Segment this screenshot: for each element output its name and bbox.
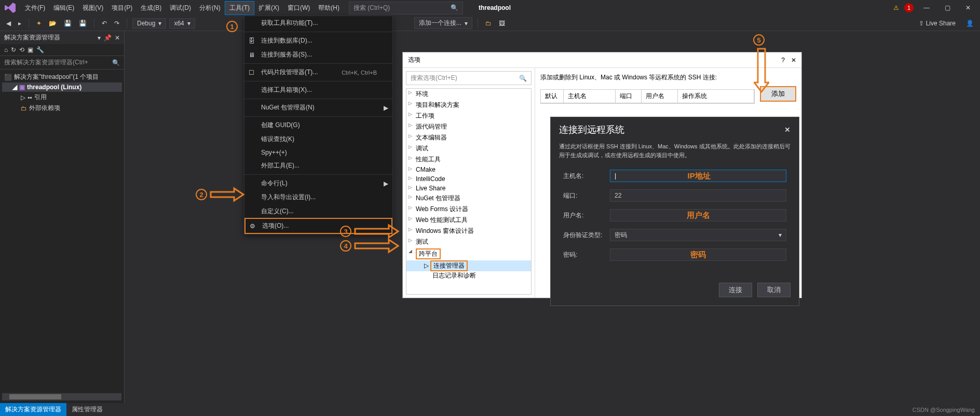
undo-button[interactable]: ↶ [100, 19, 109, 28]
image-icon[interactable]: 🖼 [497, 19, 507, 28]
panel-toolbar: ⌂ ↻ ⟲ ▣ 🔧 [0, 44, 124, 56]
menu-extensions[interactable]: 扩展(X) [254, 2, 283, 15]
menu-item[interactable]: 错误查找(K) [244, 132, 392, 146]
save-button[interactable]: 💾 [62, 19, 74, 28]
menu-item[interactable]: 选择工具箱项(X)... [244, 83, 392, 97]
options-tree-item[interactable]: 源代码管理 [406, 121, 531, 132]
close-icon[interactable]: ✕ [784, 126, 791, 134]
add-connection-combo[interactable]: 添加一个连接...▾ [414, 17, 472, 29]
options-tree-item[interactable]: 性能工具 [406, 154, 531, 165]
menu-tools[interactable]: 工具(T) [225, 1, 254, 15]
menu-item[interactable]: 自定义(C)... [244, 204, 392, 218]
user-icon[interactable]: 👤 [964, 19, 976, 28]
options-tree-item[interactable]: 环境 [406, 89, 531, 100]
project-node[interactable]: ◢▣ threadpool (Linux) [2, 82, 122, 92]
auth-combo[interactable]: 密码▾ [610, 229, 786, 241]
options-tree-item[interactable]: Web 性能测试工具 [406, 215, 531, 226]
live-share-button[interactable]: ⇪ Live Share [919, 20, 956, 27]
options-tree-item[interactable]: 文本编辑器 [406, 132, 531, 143]
nav-back-button[interactable]: ◀ [4, 19, 13, 28]
config-combo[interactable]: Debug▾ [132, 18, 166, 29]
collapse-icon[interactable]: ▣ [28, 46, 33, 53]
refresh-icon[interactable]: ↻ [11, 46, 16, 53]
options-tree-item[interactable]: NuGet 包管理器 [406, 193, 531, 204]
external-deps-node[interactable]: 🗀 外部依赖项 [2, 103, 122, 114]
connect-button[interactable]: 连接 [719, 283, 752, 297]
menu-item[interactable]: 命令行(L)▶ [244, 176, 392, 190]
bottom-tabs: 解决方案资源管理器 属性管理器 [0, 403, 108, 416]
menu-window[interactable]: 窗口(W) [283, 2, 314, 15]
menu-analyze[interactable]: 分析(N) [195, 2, 225, 15]
options-tree-item[interactable]: CMake [406, 165, 531, 174]
user-input[interactable]: 用户名 [610, 209, 786, 221]
platform-combo[interactable]: x64▾ [169, 18, 195, 29]
port-input[interactable]: 22 [610, 189, 786, 202]
menu-item[interactable]: 获取工具和功能(T)... [244, 16, 392, 30]
save-all-button[interactable]: 💾 [77, 19, 89, 28]
open-button[interactable]: 📂 [47, 19, 59, 28]
solution-root[interactable]: ⬛ 解决方案"threadpool"(1 个项目 [2, 72, 122, 82]
annotation-5: 5 [753, 34, 765, 46]
menu-debug[interactable]: 调试(D) [166, 2, 195, 15]
nav-fwd-button[interactable]: ▸ [16, 19, 23, 28]
references-node[interactable]: ▷▪▪ 引用 [2, 92, 122, 103]
solution-search-input[interactable]: 搜索解决方案资源管理器(Ctrl+ 🔍 [0, 56, 124, 70]
tab-solution-explorer[interactable]: 解决方案资源管理器 [0, 403, 66, 416]
home-icon[interactable]: ⌂ [4, 46, 8, 53]
arrow-down-icon [754, 48, 769, 96]
close-button[interactable]: ✕ [960, 4, 976, 11]
options-tree-item[interactable]: Web Forms 设计器 [406, 204, 531, 215]
host-input[interactable]: |IP地址 [610, 170, 786, 182]
pin-icon[interactable]: 📌 [104, 34, 112, 41]
redo-button[interactable]: ↷ [112, 19, 121, 28]
menu-item[interactable]: 🗄连接到数据库(D)... [244, 34, 392, 48]
options-tree-item[interactable]: Live Share [406, 184, 531, 193]
options-tree-item[interactable]: 测试 [406, 237, 531, 247]
close-icon[interactable]: ✕ [791, 57, 796, 64]
options-tree-item[interactable]: 项目和解决方案 [406, 100, 531, 110]
error-badge[interactable]: 1 [904, 3, 914, 12]
menu-project[interactable]: 项目(P) [107, 2, 137, 15]
new-project-button[interactable]: ✦ [34, 19, 44, 28]
dropdown-icon[interactable]: ▾ [98, 34, 101, 41]
menu-file[interactable]: 文件(F) [21, 2, 49, 15]
col-port: 端口 [616, 90, 642, 103]
maximize-button[interactable]: ▢ [940, 4, 955, 11]
horizontal-scrollbar[interactable] [2, 393, 121, 400]
arrow-icon [354, 238, 401, 254]
menu-item[interactable]: ☐代码片段管理器(T)...Ctrl+K, Ctrl+B [244, 65, 392, 79]
menu-item[interactable]: 🖥连接到服务器(S)... [244, 48, 392, 62]
warning-icon[interactable]: ⚠ [893, 4, 899, 11]
options-tree-connection-manager[interactable]: ▷ 连接管理器 [406, 260, 531, 271]
options-tree-logging[interactable]: 日志记录和诊断 [406, 271, 531, 280]
options-tree-crossplatform[interactable]: 跨平台 [406, 247, 531, 260]
menu-item[interactable]: Spy++(+) [244, 146, 392, 159]
properties-icon[interactable]: 🔧 [36, 46, 44, 53]
menu-build[interactable]: 生成(B) [137, 2, 166, 15]
close-icon[interactable]: ✕ [115, 34, 120, 41]
password-input[interactable]: 密码 [610, 248, 786, 261]
search-icon: 🔍 [112, 59, 120, 66]
menu-item[interactable]: NuGet 包管理器(N)▶ [244, 101, 392, 115]
global-search-input[interactable]: 搜索 (Ctrl+Q) 🔍 [349, 2, 463, 15]
options-tree-item[interactable]: 工作项 [406, 110, 531, 121]
menu-item[interactable]: 导入和导出设置(I)... [244, 190, 392, 204]
help-icon[interactable]: ? [781, 57, 785, 64]
options-search-input[interactable]: 搜索选项(Ctrl+E) 🔍 [406, 71, 532, 85]
folder-icon[interactable]: 🗀 [483, 19, 494, 28]
options-tree[interactable]: 环境项目和解决方案工作项源代码管理文本编辑器调试性能工具CMakeIntelli… [406, 88, 532, 295]
user-label: 用户名: [563, 211, 610, 220]
cancel-button[interactable]: 取消 [757, 283, 791, 297]
options-tree-item[interactable]: IntelliCode [406, 174, 531, 184]
menu-view[interactable]: 视图(V) [78, 2, 107, 15]
sync-icon[interactable]: ⟲ [19, 46, 24, 53]
menu-edit[interactable]: 编辑(E) [49, 2, 78, 15]
host-label: 主机名: [563, 172, 610, 181]
minimize-button[interactable]: — [919, 4, 934, 11]
menu-item[interactable]: 创建 GUID(G) [244, 118, 392, 132]
options-tree-item[interactable]: 调试 [406, 143, 531, 154]
options-tree-item[interactable]: Windows 窗体设计器 [406, 226, 531, 237]
menu-item[interactable]: 外部工具(E)... [244, 159, 392, 173]
menu-help[interactable]: 帮助(H) [314, 2, 344, 15]
tab-property-manager[interactable]: 属性管理器 [66, 403, 108, 416]
